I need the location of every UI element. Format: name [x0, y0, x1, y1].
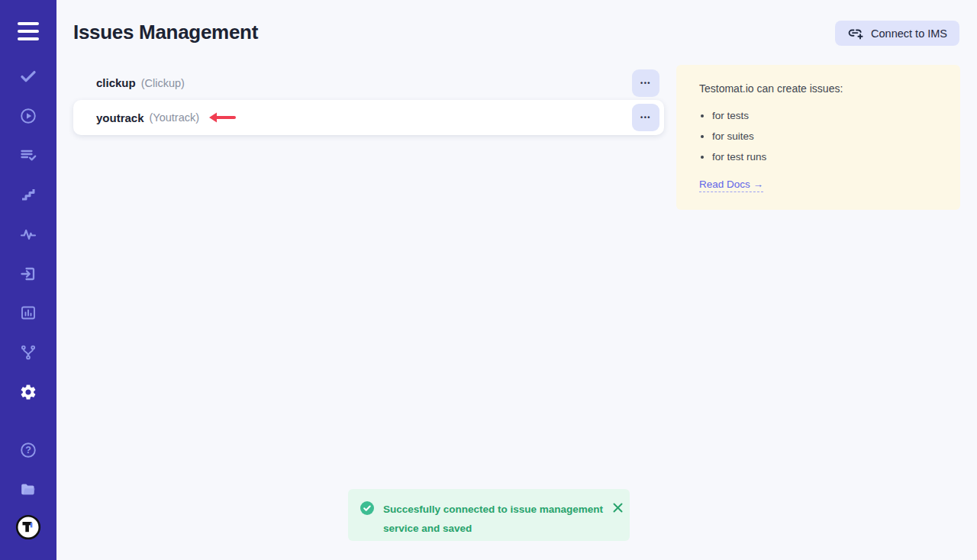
- ims-row-youtrack[interactable]: youtrack (Youtrack) •••: [73, 100, 664, 135]
- success-toast: Succesfully connected to issue managemen…: [348, 489, 630, 541]
- sidebar-menu-toggle[interactable]: [18, 22, 39, 40]
- sidebar-item-help[interactable]: ?: [19, 441, 37, 459]
- check-circle-icon: [360, 501, 374, 541]
- branch-icon: [19, 343, 37, 362]
- pulse-icon: [19, 225, 37, 243]
- sidebar-item-tests[interactable]: [19, 67, 37, 85]
- close-icon: [612, 502, 624, 513]
- bar-chart-icon: [19, 304, 37, 322]
- sidebar-item-reports[interactable]: [19, 304, 37, 322]
- svg-text:?: ?: [25, 445, 31, 455]
- sidebar-item-settings[interactable]: [19, 383, 37, 401]
- connect-to-ims-label: Connect to IMS: [871, 27, 947, 40]
- sidebar-item-projects[interactable]: [19, 480, 37, 498]
- gear-icon: [19, 383, 37, 401]
- sidebar-logo[interactable]: [15, 514, 41, 540]
- info-bullet: for test runs: [712, 151, 937, 163]
- hamburger-icon: [18, 22, 39, 25]
- page-title: Issues Management: [73, 21, 258, 44]
- info-panel-heading: Testomat.io can create issues:: [699, 82, 937, 95]
- info-bullet: for tests: [712, 110, 937, 121]
- toast-close-button[interactable]: [612, 502, 624, 514]
- check-icon: [19, 67, 37, 85]
- add-link-icon: [847, 27, 864, 40]
- ims-list: clickup (Clickup) ••• youtrack (Youtrack…: [73, 66, 664, 135]
- read-docs-link[interactable]: Read Docs →: [699, 179, 763, 192]
- ims-type: (Youtrack): [150, 111, 200, 124]
- ims-type: (Clickup): [141, 77, 185, 89]
- help-icon: ?: [19, 441, 37, 459]
- import-icon: [19, 265, 37, 283]
- ims-row-menu-button[interactable]: •••: [632, 104, 659, 131]
- list-check-icon: [19, 146, 37, 165]
- ims-row-clickup[interactable]: clickup (Clickup) •••: [73, 66, 664, 100]
- annotation-red-arrow-icon: [207, 111, 236, 124]
- ims-name: clickup: [96, 76, 136, 89]
- sidebar-item-steps[interactable]: [19, 185, 37, 204]
- play-circle-icon: [19, 107, 37, 125]
- info-panel: Testomat.io can create issues: for tests…: [676, 65, 960, 210]
- info-bullet: for suites: [712, 130, 937, 142]
- connect-to-ims-button[interactable]: Connect to IMS: [835, 21, 959, 46]
- sidebar-item-branches[interactable]: [19, 343, 37, 362]
- sidebar: ?: [0, 0, 56, 560]
- sidebar-item-analytics[interactable]: [19, 225, 37, 243]
- stairs-icon: [19, 185, 37, 204]
- sidebar-item-import[interactable]: [19, 265, 37, 283]
- folder-icon: [19, 480, 37, 498]
- ims-row-menu-button[interactable]: •••: [632, 69, 659, 97]
- info-panel-list: for tests for suites for test runs: [712, 110, 937, 163]
- sidebar-item-plans[interactable]: [19, 146, 37, 165]
- sidebar-item-runs[interactable]: [19, 107, 37, 125]
- testomat-logo: [15, 514, 41, 540]
- ims-name: youtrack: [96, 111, 144, 124]
- toast-message: Succesfully connected to issue managemen…: [383, 500, 603, 541]
